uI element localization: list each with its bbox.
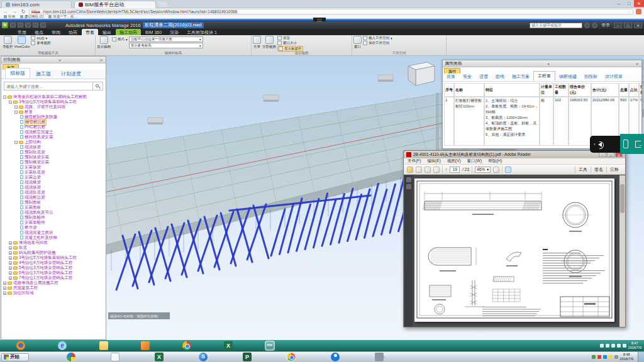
fit-width-icon[interactable] (493, 167, 499, 173)
tree-item[interactable]: 预制纵梁安装 (1, 155, 106, 160)
tree-item[interactable]: 混凝土栏杆及扶梯 (1, 235, 106, 240)
bookmark-baidu-icon[interactable]: 百度一下，你… (48, 14, 77, 19)
excel-icon[interactable]: X (224, 341, 233, 350)
grid-mode-button[interactable]: 模式▾ (112, 37, 128, 41)
navisworks-maximize-button[interactable]: □ (624, 23, 632, 28)
tree-expander-icon[interactable]: + (9, 246, 12, 250)
tree-expander-icon[interactable]: - (9, 101, 12, 104)
tray-icon[interactable] (597, 355, 601, 359)
browser-tab-2[interactable]: BIM服务平台启动 (74, 1, 156, 8)
back-icon[interactable]: ← (3, 9, 9, 14)
menu-视图(V)[interactable]: 视图(V) (447, 158, 461, 164)
remote-clock[interactable]: 8:472016/7/9 (628, 341, 641, 350)
ribbon-tab[interactable]: 渲染 (166, 29, 182, 35)
tree-item[interactable]: 现浇纵梁 (1, 145, 106, 150)
property-tab[interactable]: 质量 (443, 72, 459, 81)
pdf-工具-button[interactable]: 工具 (575, 167, 591, 173)
ribbon-tab[interactable]: BIM 360 (142, 29, 165, 35)
tray-icon[interactable] (609, 355, 613, 359)
version-tab[interactable]: 施工版 (31, 69, 55, 79)
split-view-button[interactable]: 分割视图 (262, 36, 276, 49)
chrome-icon[interactable] (182, 341, 191, 350)
menu-文件(F)[interactable]: 文件(F) (408, 158, 421, 164)
tree-item[interactable]: 桥吊梁 (1, 225, 106, 230)
tray-icon[interactable] (603, 355, 607, 359)
property-tab[interactable]: 安全 (459, 72, 475, 81)
tree-expander-icon[interactable]: - (3, 96, 6, 99)
tree-expander-icon[interactable]: - (14, 111, 18, 114)
folder-icon[interactable] (99, 341, 108, 350)
search-doc-icon[interactable] (111, 353, 119, 361)
bookmark-site-icon[interactable]: 建议网站 (2) (20, 14, 43, 19)
tree-item[interactable]: 钢管桩沉桩 (1, 119, 106, 124)
mobile-device-icon[interactable] (623, 140, 628, 148)
tree-item[interactable]: PHC桩沉桩 (1, 124, 106, 129)
navisworks-search-input[interactable] (530, 23, 582, 28)
save-icon[interactable] (416, 167, 422, 173)
property-tab[interactable]: 招投标 (580, 72, 601, 81)
tree-item[interactable]: 安装边梁 (1, 175, 106, 180)
menu-窗口(W)[interactable]: 窗口(W) (467, 158, 482, 164)
tree-item[interactable]: 现浇横梁 (1, 180, 106, 185)
disconnect-icon[interactable] (635, 141, 641, 148)
tree-expander-icon[interactable]: + (9, 251, 12, 255)
property-tab[interactable]: 施工方案 (508, 72, 533, 81)
viewcube-button[interactable]: ViewCube (14, 36, 30, 48)
screen-recorder-icon[interactable] (375, 353, 384, 361)
version-tab[interactable]: 招标版 (5, 68, 30, 79)
sogou-browser-icon[interactable]: S (199, 353, 208, 361)
previous-page-icon[interactable]: ↑ (445, 167, 447, 172)
login-button[interactable]: 登录 (599, 22, 612, 28)
tree-expander-icon[interactable]: + (9, 266, 12, 270)
tree-item[interactable]: 预制靠船件 (1, 215, 106, 220)
ribbon-tab[interactable]: 动画 (65, 29, 81, 35)
ribbon-tab[interactable]: 查看 (82, 29, 98, 35)
tree-item[interactable]: 现浇桩边梁 (1, 195, 106, 200)
ribbon-tab[interactable]: 视点 (31, 29, 47, 35)
browser-maximize-button[interactable]: □ (624, 0, 634, 7)
tray-icon[interactable] (606, 344, 609, 348)
tree-expander-icon[interactable]: - (14, 106, 18, 109)
property-tab[interactable]: 工程量 (533, 71, 555, 81)
tree-expander-icon[interactable]: + (3, 282, 6, 285)
window-size-button[interactable]: 窗口大小 (277, 41, 303, 45)
start-button[interactable]: 开始 (1, 353, 29, 361)
forward-icon[interactable]: → (11, 9, 18, 14)
adobe-maximize-button[interactable]: □ (607, 152, 614, 157)
redo-icon[interactable] (33, 23, 38, 28)
tree-expander-icon[interactable]: + (9, 261, 12, 265)
browser-menu-icon[interactable] (636, 9, 641, 14)
p-app-icon[interactable]: P (243, 353, 252, 361)
version-tab[interactable]: 计划进度 (57, 69, 86, 79)
person-app-icon[interactable] (331, 353, 340, 361)
firefox-icon[interactable] (16, 341, 25, 350)
navisworks-close-button[interactable]: ✕ (634, 23, 642, 28)
show-desktop-button[interactable] (638, 352, 644, 362)
tree-item[interactable]: 现浇纵梁 (1, 185, 106, 190)
tree-item[interactable]: 安装靠船件 (1, 220, 106, 225)
menu-帮助(H)[interactable]: 帮助(H) (488, 158, 502, 164)
tree-item[interactable]: 预制面板 (1, 200, 106, 205)
tree-search-input[interactable] (4, 82, 93, 90)
ribbon-tab[interactable]: 工具附加模块 1 (183, 29, 221, 35)
tree-expander-icon[interactable]: + (3, 287, 6, 290)
menu-编辑(E)[interactable]: 编辑(E) (427, 158, 441, 164)
property-tab[interactable]: 设计核算 (601, 72, 626, 81)
ribbon-tab[interactable]: 审阅 (48, 29, 64, 35)
tree-item[interactable]: -道路、岸坡开挖及回填 (1, 104, 106, 109)
nav-bar-button[interactable]: 导航栏 (3, 36, 13, 49)
address-bar[interactable]: https ://vpn.bim163.com/Citrix/StoreWeb/… (29, 9, 633, 14)
adobe-reader-icon[interactable]: PDF (265, 341, 274, 350)
open-icon[interactable] (10, 23, 16, 28)
print-icon[interactable] (40, 23, 46, 28)
tree-item[interactable]: +泊位区陆域 (1, 290, 106, 295)
window-button[interactable]: 窗口 (353, 36, 362, 49)
pdf-注释-button[interactable]: 注释 (606, 167, 622, 173)
tree-item[interactable]: 安装轨道梁 (1, 170, 106, 175)
chrome-icon[interactable] (287, 353, 296, 361)
undo-icon[interactable] (25, 23, 31, 28)
bookmarks-panel-icon[interactable] (406, 184, 411, 189)
volume-icon[interactable] (623, 344, 626, 348)
reference-views-button[interactable]: 参考视图 (31, 41, 50, 45)
tree-expander-icon[interactable]: + (3, 292, 6, 295)
